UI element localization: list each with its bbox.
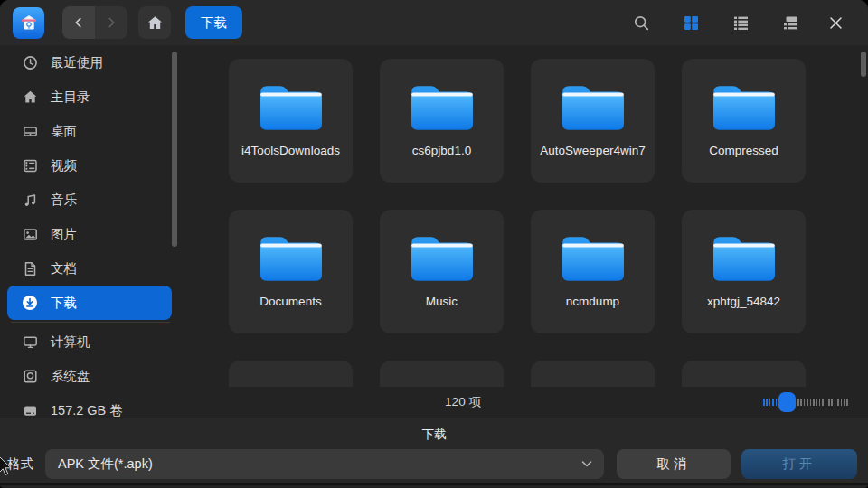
icon-size-slider[interactable] <box>763 392 850 412</box>
folder-icon <box>409 82 476 136</box>
sidebar-item-pictures[interactable]: 图片 <box>0 217 181 251</box>
sidebar-item-label: 图片 <box>51 226 77 243</box>
dialog-footer: 下载 格式 APK 文件(*.apk) 取消 打开 <box>0 418 868 485</box>
folder-tile[interactable]: Music <box>380 210 504 333</box>
file-grid: i4ToolsDownloads cs6pjbd1.0 AutoSweeper4… <box>229 59 806 387</box>
sidebar-item-computer[interactable]: 计算机 <box>0 324 181 359</box>
sidebar-scrollbar[interactable] <box>172 52 177 247</box>
folder-icon <box>258 82 325 136</box>
status-bar: 120 项 <box>181 387 868 418</box>
sidebar-item-volume[interactable]: 157.2 GB 卷 <box>0 393 181 418</box>
chevron-left-icon <box>71 14 87 31</box>
film-icon <box>22 157 38 174</box>
sidebar-item-music[interactable]: 音乐 <box>0 183 181 217</box>
titlebar-actions <box>617 6 855 39</box>
open-button[interactable]: 打开 <box>741 449 857 479</box>
sidebar-item-system-disk[interactable]: 系统盘 <box>0 359 181 393</box>
folder-icon <box>409 233 476 287</box>
folder-name: AutoSweeper4win7 <box>540 143 645 158</box>
grid-view-button[interactable] <box>666 6 716 39</box>
folder-tile-partial[interactable] <box>682 361 806 387</box>
breadcrumb-downloads[interactable]: 下载 <box>185 6 242 39</box>
folder-tile[interactable]: cs6pjbd1.0 <box>380 59 504 183</box>
clock-icon <box>22 54 38 70</box>
folder-tile[interactable]: AutoSweeper4win7 <box>531 59 655 183</box>
sidebar-item-label: 最近使用 <box>51 54 103 71</box>
folder-tile[interactable]: xphtgj_54842 <box>682 210 806 333</box>
file-dialog-window: 下载 <box>0 0 868 488</box>
sidebar-item-label: 桌面 <box>51 123 77 140</box>
sidebar-item-recent[interactable]: 最近使用 <box>0 45 181 80</box>
folder-tile[interactable]: Compressed <box>682 59 806 183</box>
folder-tile-partial[interactable] <box>229 361 353 387</box>
sidebar-item-videos[interactable]: 视频 <box>0 148 181 183</box>
compact-view-icon <box>782 14 799 32</box>
sidebar-item-label: 157.2 GB 卷 <box>51 402 123 418</box>
sidebar-item-downloads[interactable]: 下载 <box>7 286 172 320</box>
list-view-button[interactable] <box>716 6 766 39</box>
close-button[interactable] <box>816 6 855 39</box>
format-value: APK 文件(*.apk) <box>58 449 153 479</box>
sidebar-item-label: 系统盘 <box>51 368 90 385</box>
folder-tile[interactable]: ncmdump <box>531 210 655 333</box>
music-note-icon <box>22 192 38 208</box>
folder-name: ncmdump <box>566 294 619 309</box>
disk-icon <box>22 368 38 384</box>
folder-tile-partial[interactable] <box>380 361 504 387</box>
slider-handle[interactable] <box>778 392 796 412</box>
compact-view-button[interactable] <box>766 6 816 39</box>
cancel-button[interactable]: 取消 <box>617 449 731 479</box>
folder-tile[interactable]: Documents <box>229 210 353 333</box>
sidebar-item-desktop[interactable]: 桌面 <box>0 114 181 148</box>
slider-track-filled[interactable] <box>763 399 777 406</box>
home-button[interactable] <box>138 6 171 39</box>
folder-icon <box>560 82 627 136</box>
file-manager-logo-icon <box>18 12 40 33</box>
home-icon <box>146 14 164 32</box>
folder-name: i4ToolsDownloads <box>241 143 340 158</box>
sidebar-separator <box>11 322 170 323</box>
file-manager-app-icon <box>13 7 44 39</box>
titlebar: 下载 <box>0 0 868 45</box>
sidebar-item-label: 文档 <box>51 260 77 277</box>
file-grid-scrollbar[interactable] <box>861 52 866 77</box>
image-icon <box>22 226 38 242</box>
nav-history-group <box>62 6 127 39</box>
folder-icon <box>711 233 778 287</box>
slider-track[interactable] <box>797 399 850 406</box>
back-button[interactable] <box>62 6 95 39</box>
chevron-right-icon <box>103 14 119 31</box>
drive-icon <box>22 402 38 418</box>
window-bottom-edge <box>0 483 868 485</box>
download-icon <box>22 295 38 311</box>
mouse-cursor <box>0 455 12 477</box>
sidebar: 最近使用 主目录 桌面 视频 <box>0 45 181 418</box>
folder-icon <box>711 82 778 136</box>
sidebar-item-label: 计算机 <box>51 333 90 351</box>
sidebar-item-label: 视频 <box>51 157 77 174</box>
dialog-title: 下载 <box>0 418 868 443</box>
folder-name: Documents <box>259 294 321 309</box>
folder-tile[interactable]: i4ToolsDownloads <box>229 59 353 183</box>
sidebar-item-label: 下载 <box>51 295 77 312</box>
chevron-down-icon <box>580 456 594 471</box>
forward-button[interactable] <box>95 6 127 39</box>
desktop-icon <box>22 123 38 139</box>
search-icon <box>633 14 650 32</box>
format-dropdown[interactable]: APK 文件(*.apk) <box>45 449 604 479</box>
folder-tile-partial[interactable] <box>531 361 655 387</box>
sidebar-item-home[interactable]: 主目录 <box>0 80 181 114</box>
home-icon <box>22 89 38 105</box>
close-icon <box>828 15 844 31</box>
computer-icon <box>22 333 38 350</box>
folder-icon <box>560 233 627 287</box>
list-view-icon <box>732 14 750 32</box>
grid-view-icon <box>683 14 700 32</box>
file-view: i4ToolsDownloads cs6pjbd1.0 AutoSweeper4… <box>181 45 868 418</box>
sidebar-item-documents[interactable]: 文档 <box>0 251 181 286</box>
document-icon <box>22 260 38 277</box>
search-button[interactable] <box>617 6 666 39</box>
sidebar-item-label: 音乐 <box>51 192 77 209</box>
file-grid-viewport: i4ToolsDownloads cs6pjbd1.0 AutoSweeper4… <box>181 45 868 387</box>
folder-icon <box>258 233 325 287</box>
